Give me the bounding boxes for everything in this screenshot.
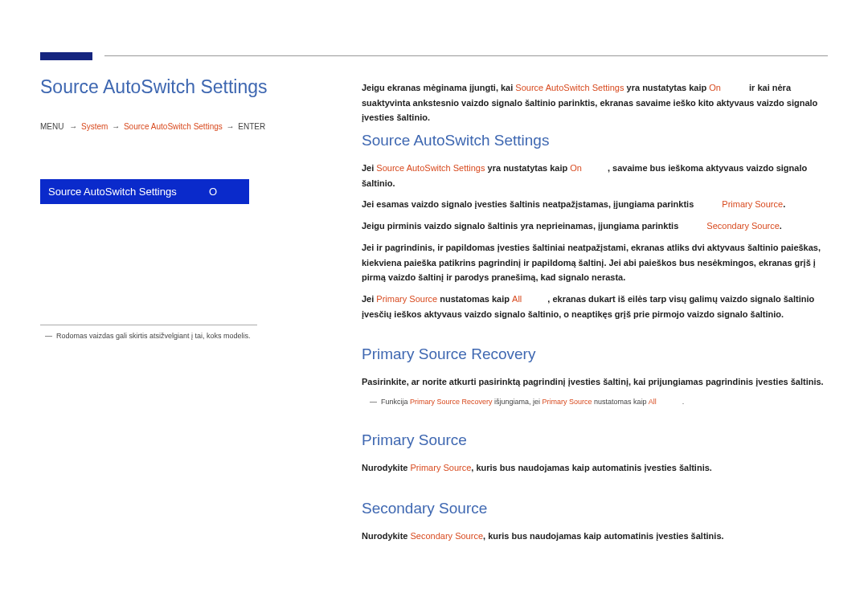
header-divider — [104, 55, 828, 56]
autoswitch-para-2: Jei esamas vaizdo signalo įvesties šalti… — [362, 197, 828, 212]
section-recovery: Primary Source Recovery Pasirinkite, ar … — [362, 345, 828, 407]
left-column: Source AutoSwitch Settings MENU → System… — [40, 76, 321, 340]
section-primary: Primary Source Nurodykite Primary Source… — [362, 431, 828, 476]
menu-key-label: MENU — [40, 122, 63, 131]
model-footnote: Rodomas vaizdas gali skirtis atsižvelgia… — [40, 332, 321, 340]
autoswitch-para-1: Jei Source AutoSwitch Settings yra nusta… — [362, 161, 828, 190]
menu-item-action: O — [209, 186, 217, 198]
section-secondary: Secondary Source Nurodykite Secondary So… — [362, 500, 828, 544]
enter-key-label: ENTER — [238, 122, 265, 131]
primary-para: Nurodykite Primary Source, kuris bus nau… — [362, 460, 828, 476]
section-intro: Jeigu ekranas mėginama įjungti, kai Sour… — [362, 80, 828, 321]
recovery-para: Pasirinkite, ar norite atkurti pasirinkt… — [362, 374, 828, 390]
menu-item-label: Source AutoSwitch Settings — [48, 186, 177, 198]
secondary-para: Nurodykite Secondary Source, kuris bus n… — [362, 529, 828, 544]
autoswitch-para-3: Jeigu pirminis vaizdo signalo šaltinis y… — [362, 219, 828, 234]
arrow-icon: → — [69, 122, 77, 131]
section-title-secondary: Secondary Source — [362, 500, 828, 517]
right-column: Jeigu ekranas mėginama įjungti, kai Sour… — [362, 80, 828, 568]
menu-selected-item[interactable]: Source AutoSwitch Settings O — [40, 179, 249, 204]
breadcrumb-system: System — [81, 122, 108, 131]
intro-paragraph: Jeigu ekranas mėginama įjungti, kai Sour… — [362, 80, 828, 125]
arrow-icon: → — [112, 122, 120, 131]
autoswitch-para-5: Jei Primary Source nustatomas kaip All, … — [362, 292, 828, 321]
recovery-note: Funkcija Primary Source Recovery išjungi… — [362, 396, 828, 407]
page-title: Source AutoSwitch Settings — [40, 76, 321, 98]
breadcrumb-item: Source AutoSwitch Settings — [124, 122, 223, 131]
left-divider — [40, 325, 257, 325]
section-title-autoswitch: Source AutoSwitch Settings — [362, 132, 828, 149]
arrow-icon: → — [227, 122, 235, 131]
breadcrumb: MENU → System → Source AutoSwitch Settin… — [40, 122, 321, 131]
section-title-recovery: Primary Source Recovery — [362, 345, 828, 363]
header-accent-bar — [40, 52, 92, 60]
section-title-primary: Primary Source — [362, 431, 828, 449]
autoswitch-para-4: Jei ir pagrindinis, ir papildomas įvesti… — [362, 240, 828, 285]
